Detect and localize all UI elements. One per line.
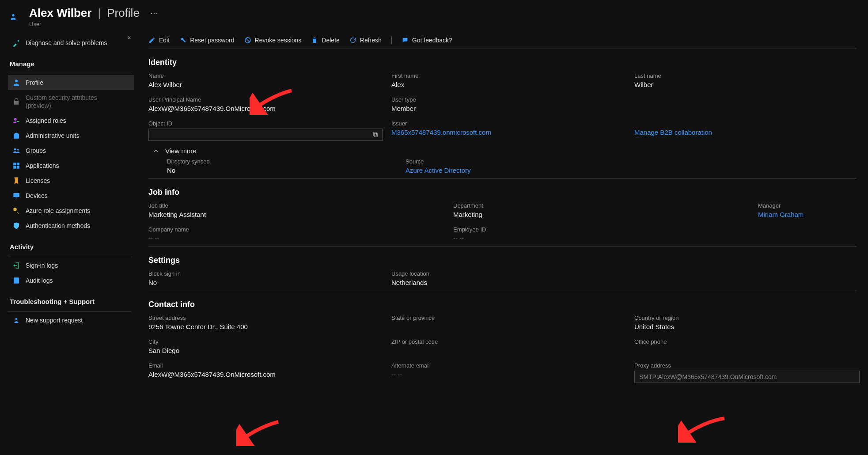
license-icon — [12, 177, 20, 185]
field-label: Job title — [148, 202, 453, 209]
field-value: Alex Wilber — [148, 81, 391, 88]
b2b-link[interactable]: Manage B2B collaboration — [634, 129, 857, 136]
sidebar-item-azure-role-assignments[interactable]: Azure role assignments — [8, 203, 134, 218]
field-label: State or province — [391, 315, 634, 321]
page-title-name: Alex Wilber — [29, 6, 91, 20]
field-company: Company name -- -- — [148, 226, 453, 242]
field-label: Email — [148, 362, 391, 369]
field-directory-synced: Directory synced No — [167, 158, 406, 174]
field-city: City San Diego — [148, 338, 391, 354]
field-department: Department Marketing — [453, 202, 758, 218]
sidebar-item-label: Diagnose and solve problems — [26, 39, 107, 46]
source-link[interactable]: Azure Active Directory — [406, 167, 857, 174]
sidebar-item-applications[interactable]: Applications — [8, 158, 134, 173]
field-label: Proxy address — [634, 362, 860, 369]
shield-icon — [12, 222, 20, 230]
sidebar-item-custom-security-attributes[interactable]: Custom security attributes (preview) — [8, 90, 134, 113]
field-label: User type — [391, 96, 634, 103]
toolbar-label: Revoke sessions — [255, 37, 302, 44]
toolbar-label: Reset password — [190, 37, 234, 44]
field-value: -- -- — [391, 371, 634, 378]
field-proxy: Proxy address SMTP:AlexW@M365x57487439.O… — [634, 362, 860, 383]
field-country: Country or region United States — [634, 315, 860, 330]
sidebar-item-authentication-methods[interactable]: Authentication methods — [8, 218, 134, 233]
issuer-link[interactable]: M365x57487439.onmicrosoft.com — [391, 129, 634, 136]
grid-icon — [12, 162, 20, 170]
svg-rect-6 — [15, 198, 18, 199]
building-icon — [12, 132, 20, 140]
field-alt-email: Alternate email -- -- — [391, 362, 634, 383]
section-title-settings: Settings — [148, 256, 857, 265]
toolbar-separator — [391, 36, 392, 44]
annotation-arrow — [236, 420, 280, 446]
list-icon — [12, 277, 20, 284]
field-value: Netherlands — [391, 279, 857, 286]
sidebar-item-devices[interactable]: Devices — [8, 188, 134, 203]
revoke-sessions-button[interactable]: Revoke sessions — [244, 37, 302, 44]
edit-button[interactable]: Edit — [148, 37, 170, 44]
object-id-box[interactable] — [148, 129, 383, 141]
sidebar-item-administrative-units[interactable]: Administrative units — [8, 128, 134, 143]
role-icon — [12, 117, 20, 125]
field-label: Last name — [634, 72, 857, 79]
refresh-button[interactable]: Refresh — [349, 37, 382, 44]
section-divider — [148, 291, 857, 291]
svg-rect-8 — [14, 278, 19, 284]
field-office-phone: Office phone — [634, 338, 860, 354]
feedback-button[interactable]: Got feedback? — [402, 37, 452, 44]
title-separator: | — [98, 6, 101, 20]
copy-icon[interactable] — [372, 132, 379, 138]
sidebar-item-label: New support request — [26, 317, 83, 324]
svg-point-2 — [14, 118, 17, 121]
sidebar-item-groups[interactable]: Groups — [8, 143, 134, 158]
delete-button[interactable]: Delete — [311, 37, 339, 44]
field-label: User Principal Name — [148, 96, 391, 103]
sidebar-item-assigned-roles[interactable]: Assigned roles — [8, 113, 134, 128]
field-zip: ZIP or postal code — [391, 338, 634, 354]
field-value: 9256 Towne Center Dr., Suite 400 — [148, 323, 391, 330]
sidebar-item-profile[interactable]: Profile — [8, 75, 134, 90]
field-label: ZIP or postal code — [391, 338, 634, 345]
field-label: First name — [391, 72, 634, 79]
field-value: United States — [634, 323, 860, 330]
field-street: Street address 9256 Towne Center Dr., Su… — [148, 315, 391, 330]
field-b2b: Manage B2B collaboration — [634, 120, 857, 141]
view-more-label: View more — [165, 147, 197, 155]
sidebar-item-audit-logs[interactable]: Audit logs — [8, 273, 134, 288]
field-value: -- -- — [148, 235, 453, 242]
key-icon — [12, 207, 20, 215]
lock-icon — [12, 98, 20, 106]
sidebar-item-diagnose[interactable]: Diagnose and solve problems — [8, 35, 134, 50]
field-label: Block sign in — [148, 270, 391, 277]
sidebar-item-label: Authentication methods — [26, 222, 90, 229]
sidebar-item-label: Custom security attributes (preview) — [26, 94, 118, 110]
collapse-sidebar-button[interactable]: « — [127, 34, 131, 41]
sidebar-item-new-support-request[interactable]: New support request — [8, 313, 134, 328]
field-value: -- -- — [453, 235, 758, 242]
field-job-title: Job title Marketing Assistant — [148, 202, 453, 218]
field-user-type: User type Member — [391, 96, 634, 112]
section-title-contact: Contact info — [148, 300, 857, 309]
proxy-box[interactable]: SMTP:AlexW@M365x57487439.OnMicrosoft.com — [634, 371, 860, 383]
sidebar-item-label: Administrative units — [26, 132, 79, 139]
field-label: Usage location — [391, 270, 857, 277]
field-first-name: First name Alex — [391, 72, 634, 88]
svg-point-4 — [17, 149, 19, 151]
sidebar-divider — [8, 74, 132, 74]
manager-link[interactable]: Miriam Graham — [758, 211, 857, 218]
sidebar-item-signin-logs[interactable]: Sign-in logs — [8, 258, 134, 273]
svg-point-7 — [13, 208, 17, 212]
field-employee-id: Employee ID -- -- — [453, 226, 758, 242]
sidebar-divider — [8, 311, 132, 312]
field-issuer: Issuer M365x57487439.onmicrosoft.com — [391, 120, 634, 141]
field-label: Object ID — [148, 120, 391, 127]
sidebar-section-activity: Activity — [8, 233, 134, 254]
more-menu-button[interactable]: ⋯ — [150, 8, 158, 18]
field-value: Marketing Assistant — [148, 211, 453, 218]
view-more-toggle[interactable]: View more — [153, 147, 857, 155]
reset-password-button[interactable]: Reset password — [179, 37, 234, 44]
field-label: Country or region — [634, 315, 860, 321]
user-avatar-icon — [10, 10, 23, 23]
field-value: San Diego — [148, 347, 391, 354]
sidebar-item-licenses[interactable]: Licenses — [8, 173, 134, 188]
